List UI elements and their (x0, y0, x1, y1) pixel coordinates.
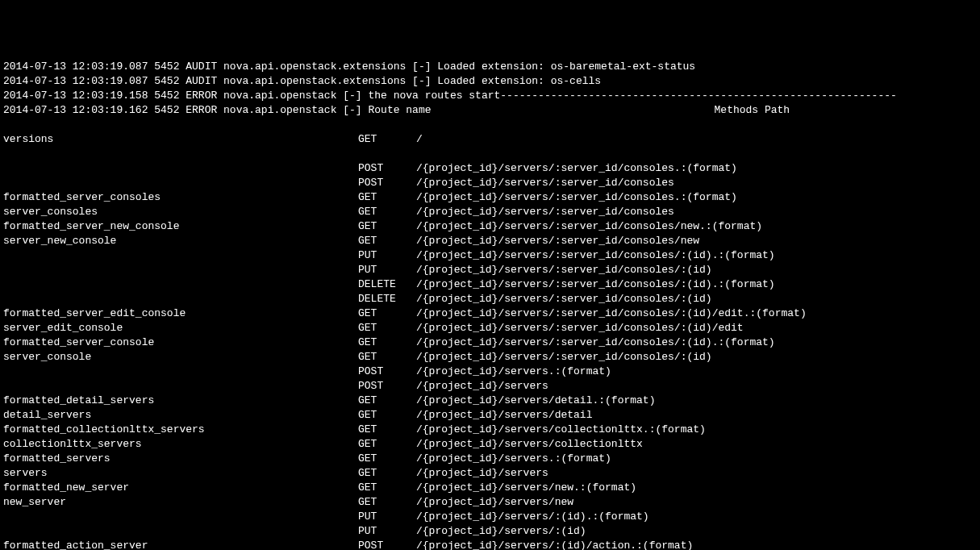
route-row: PUT/{project_id}/servers/:(id) (3, 524, 977, 539)
route-path: /{project_id}/servers/:server_id/console… (416, 205, 674, 219)
route-method: POST (358, 539, 416, 550)
route-path: /{project_id}/servers/detail (416, 408, 592, 423)
log-line: 2014-07-13 12:03:19.087 5452 AUDIT nova.… (3, 74, 977, 89)
route-path: /{project_id}/servers/:server_id/console… (416, 234, 699, 248)
route-row: server_consolesGET/{project_id}/servers/… (3, 205, 977, 219)
route-method: GET (358, 408, 416, 423)
log-line: 2014-07-13 12:03:19.087 5452 AUDIT nova.… (3, 60, 977, 74)
route-row: POST/{project_id}/servers/:server_id/con… (3, 176, 977, 190)
route-path: /{project_id}/servers/:server_id/console… (416, 190, 737, 205)
route-row: formatted_server_consoleGET/{project_id}… (3, 335, 977, 350)
route-name: formatted_server_console (3, 335, 358, 350)
route-path: /{project_id}/servers/:server_id/console… (416, 350, 712, 365)
route-row: formatted_collectionlttx_serversGET/{pro… (3, 423, 977, 437)
route-method: GET (358, 452, 416, 466)
route-row: serversGET/{project_id}/servers (3, 466, 977, 481)
route-method: GET (358, 132, 416, 147)
route-row: PUT/{project_id}/servers/:server_id/cons… (3, 263, 977, 277)
route-method: GET (358, 306, 416, 321)
route-row: formatted_action_serverPOST/{project_id}… (3, 539, 977, 550)
route-path: /{project_id}/servers/:server_id/console… (416, 335, 775, 350)
route-method: PUT (358, 248, 416, 263)
log-line: 2014-07-13 12:03:19.162 5452 ERROR nova.… (3, 103, 977, 118)
route-name: detail_servers (3, 408, 358, 423)
route-path: /{project_id}/servers/:server_id/console… (416, 161, 737, 176)
route-path: /{project_id}/servers/:(id)/action.:(for… (416, 539, 693, 550)
route-row: server_edit_consoleGET/{project_id}/serv… (3, 321, 977, 335)
route-row: formatted_serversGET/{project_id}/server… (3, 452, 977, 466)
route-method: POST (358, 161, 416, 176)
route-method: GET (358, 350, 416, 365)
route-method: GET (358, 321, 416, 335)
route-row: collectionlttx_serversGET/{project_id}/s… (3, 437, 977, 452)
route-name: collectionlttx_servers (3, 437, 358, 452)
route-path: /{project_id}/servers/new.:(format) (416, 481, 636, 495)
route-row: POST/{project_id}/servers.:(format) (3, 365, 977, 379)
route-method: GET (358, 423, 416, 437)
route-path: /{project_id}/servers/:server_id/console… (416, 248, 775, 263)
route-row: formatted_detail_serversGET/{project_id}… (3, 394, 977, 408)
route-method: GET (358, 190, 416, 205)
route-path: /{project_id}/servers/:server_id/console… (416, 263, 712, 277)
route-name: server_edit_console (3, 321, 358, 335)
route-path: /{project_id}/servers/detail.:(format) (416, 394, 655, 408)
route-path: /{project_id}/servers/:(id) (416, 524, 586, 539)
route-row: PUT/{project_id}/servers/:server_id/cons… (3, 248, 977, 263)
route-method: GET (358, 335, 416, 350)
route-row: DELETE/{project_id}/servers/:server_id/c… (3, 277, 977, 292)
route-method: GET (358, 234, 416, 248)
route-row: detail_serversGET/{project_id}/servers/d… (3, 408, 977, 423)
route-path: /{project_id}/servers/collectionlttx (416, 437, 643, 452)
route-method: PUT (358, 524, 416, 539)
log-line: 2014-07-13 12:03:19.158 5452 ERROR nova.… (3, 89, 977, 103)
route-name: new_server (3, 495, 358, 510)
route-path: /{project_id}/servers (416, 466, 548, 481)
route-method: POST (358, 176, 416, 190)
route-path: /{project_id}/servers/:(id).:(format) (416, 510, 649, 524)
route-path: /{project_id}/servers/:server_id/console… (416, 306, 807, 321)
route-name: formatted_servers (3, 452, 358, 466)
route-name: formatted_collectionlttx_servers (3, 423, 358, 437)
route-name: formatted_server_edit_console (3, 306, 358, 321)
route-name: formatted_action_server (3, 539, 358, 550)
route-method: GET (358, 495, 416, 510)
route-path: /{project_id}/servers.:(format) (416, 452, 611, 466)
route-row: formatted_new_serverGET/{project_id}/ser… (3, 481, 977, 495)
route-path: /{project_id}/servers/new (416, 495, 573, 510)
route-name: formatted_server_consoles (3, 190, 358, 205)
route-method: PUT (358, 263, 416, 277)
route-row: DELETE/{project_id}/servers/:server_id/c… (3, 292, 977, 306)
route-row: formatted_server_edit_consoleGET/{projec… (3, 306, 977, 321)
route-path: /{project_id}/servers.:(format) (416, 365, 611, 379)
route-name: formatted_server_new_console (3, 219, 358, 234)
route-name: server_new_console (3, 234, 358, 248)
route-row: PUT/{project_id}/servers/:(id).:(format) (3, 510, 977, 524)
route-method: DELETE (358, 292, 416, 306)
route-name: formatted_detail_servers (3, 394, 358, 408)
route-row: formatted_server_consolesGET/{project_id… (3, 190, 977, 205)
route-name: servers (3, 466, 358, 481)
route-row: new_serverGET/{project_id}/servers/new (3, 495, 977, 510)
route-method: GET (358, 437, 416, 452)
route-row: POST/{project_id}/servers/:server_id/con… (3, 161, 977, 176)
route-name: versions (3, 132, 358, 147)
route-name: formatted_new_server (3, 481, 358, 495)
route-method: GET (358, 219, 416, 234)
route-row: formatted_server_new_consoleGET/{project… (3, 219, 977, 234)
route-path: /{project_id}/servers/:server_id/console… (416, 219, 762, 234)
route-method: PUT (358, 510, 416, 524)
route-method: POST (358, 365, 416, 379)
terminal-output: 2014-07-13 12:03:19.087 5452 AUDIT nova.… (3, 60, 977, 550)
route-method: DELETE (358, 277, 416, 292)
route-method: GET (358, 466, 416, 481)
route-path: /{project_id}/servers/collectionlttx.:(f… (416, 423, 706, 437)
route-path: /{project_id}/servers (416, 379, 548, 394)
route-path: / (416, 132, 423, 147)
route-row: server_consoleGET/{project_id}/servers/:… (3, 350, 977, 365)
route-path: /{project_id}/servers/:server_id/console… (416, 176, 674, 190)
route-name: server_consoles (3, 205, 358, 219)
route-method: GET (358, 481, 416, 495)
route-method: POST (358, 379, 416, 394)
route-row (3, 118, 977, 132)
route-name: server_console (3, 350, 358, 365)
